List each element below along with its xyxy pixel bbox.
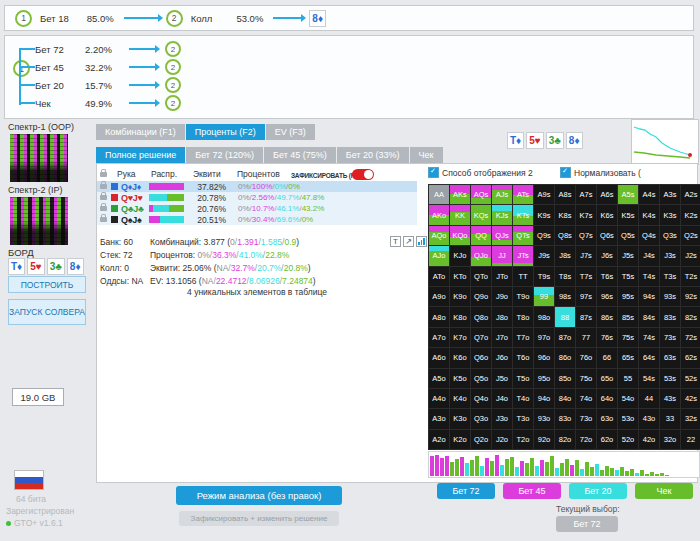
cell-ATs[interactable]: ATs [513, 185, 534, 205]
tab-main-0[interactable]: Комбинации (F1) [96, 124, 185, 140]
cell-K9s[interactable]: K9s [534, 205, 555, 225]
cell-98s[interactable]: 98s [555, 287, 576, 307]
cell-J4o[interactable]: J4o [492, 389, 513, 409]
cell-52o[interactable]: 52o [618, 430, 639, 450]
cell-TT[interactable]: TT [513, 267, 534, 287]
cell-73o[interactable]: 73o [576, 409, 597, 429]
cell-J6s[interactable]: J6s [597, 246, 618, 266]
cell-QJs[interactable]: QJs [492, 226, 513, 246]
cell-J5s[interactable]: J5s [618, 246, 639, 266]
tree-node[interactable]: 2 [165, 77, 181, 93]
cell-63o[interactable]: 63o [597, 409, 618, 429]
cell-76o[interactable]: 76o [576, 348, 597, 368]
cell-97s[interactable]: 97s [576, 287, 597, 307]
cell-83o[interactable]: 83o [555, 409, 576, 429]
cell-KJs[interactable]: KJs [492, 205, 513, 225]
tab-solution-0[interactable]: Полное решение [96, 147, 185, 163]
cell-72s[interactable]: 72s [681, 328, 700, 348]
cell-T9s[interactable]: T9s [534, 267, 555, 287]
cell-K4o[interactable]: K4o [450, 389, 471, 409]
tab-main-1[interactable]: Проценты (F2) [186, 124, 265, 140]
tab-solution-1[interactable]: Бет 72 (120%) [186, 147, 263, 163]
cell-J3s[interactable]: J3s [660, 246, 681, 266]
action-button-2[interactable]: Бет 20 [569, 483, 627, 499]
cell-93s[interactable]: 93s [660, 287, 681, 307]
cell-83s[interactable]: 83s [660, 307, 681, 327]
text-view-icon[interactable]: T [390, 236, 401, 247]
chart-icon[interactable] [416, 236, 427, 247]
cell-K4s[interactable]: K4s [639, 205, 660, 225]
cell-K8s[interactable]: K8s [555, 205, 576, 225]
cell-Q6s[interactable]: Q6s [597, 226, 618, 246]
cell-QTo[interactable]: QTo [471, 267, 492, 287]
cell-AKo[interactable]: AKo [429, 205, 450, 225]
run-solver-button[interactable]: ЗАПУСК СОЛВЕРА [8, 299, 86, 325]
cell-ATo[interactable]: ATo [429, 267, 450, 287]
popout-icon[interactable]: ↗ [403, 236, 414, 247]
cell-42o[interactable]: 42o [639, 430, 660, 450]
cell-Q2s[interactable]: Q2s [681, 226, 700, 246]
cell-64s[interactable]: 64s [639, 348, 660, 368]
cell-98o[interactable]: 98o [534, 307, 555, 327]
checkbox-icon[interactable] [428, 167, 439, 178]
cell-KTo[interactable]: KTo [450, 267, 471, 287]
cell-95s[interactable]: 95s [618, 287, 639, 307]
cell-A6o[interactable]: A6o [429, 348, 450, 368]
cell-K8o[interactable]: K8o [450, 307, 471, 327]
cell-72o[interactable]: 72o [576, 430, 597, 450]
cell-86s[interactable]: 86s [597, 307, 618, 327]
cell-JTs[interactable]: JTs [513, 246, 534, 266]
action-button-1[interactable]: Бет 45 [503, 483, 561, 499]
cell-Q3s[interactable]: Q3s [660, 226, 681, 246]
cell-82s[interactable]: 82s [681, 307, 700, 327]
cell-AKs[interactable]: AKs [450, 185, 471, 205]
cell-64o[interactable]: 64o [597, 389, 618, 409]
spectrum1-preview[interactable] [10, 134, 68, 182]
cell-Q7s[interactable]: Q7s [576, 226, 597, 246]
cell-AQo[interactable]: AQo [429, 226, 450, 246]
cell-J9o[interactable]: J9o [492, 287, 513, 307]
cell-A7s[interactable]: A7s [576, 185, 597, 205]
cell-44[interactable]: 44 [639, 389, 660, 409]
cell-AA[interactable]: AA [429, 185, 450, 205]
cell-Q3o[interactable]: Q3o [471, 409, 492, 429]
checkbox-icon[interactable] [560, 167, 571, 178]
cell-Q9o[interactable]: Q9o [471, 287, 492, 307]
cell-54o[interactable]: 54o [618, 389, 639, 409]
cell-A7o[interactable]: A7o [429, 328, 450, 348]
cell-74o[interactable]: 74o [576, 389, 597, 409]
cell-A8o[interactable]: A8o [429, 307, 450, 327]
tab-solution-3[interactable]: Бет 20 (33%) [337, 147, 409, 163]
cell-K5o[interactable]: K5o [450, 369, 471, 389]
cell-Q7o[interactable]: Q7o [471, 328, 492, 348]
cell-75s[interactable]: 75s [618, 328, 639, 348]
cell-K7o[interactable]: K7o [450, 328, 471, 348]
cell-QJo[interactable]: QJo [471, 246, 492, 266]
cell-AJo[interactable]: AJo [429, 246, 450, 266]
fix-toggle[interactable] [352, 169, 374, 180]
cell-73s[interactable]: 73s [660, 328, 681, 348]
cell-A6s[interactable]: A6s [597, 185, 618, 205]
cell-J4s[interactable]: J4s [639, 246, 660, 266]
cell-KTs[interactable]: KTs [513, 205, 534, 225]
tree-root-node[interactable]: 1 [13, 60, 30, 77]
cell-32o[interactable]: 32o [660, 430, 681, 450]
cell-22[interactable]: 22 [681, 430, 700, 450]
cell-76s[interactable]: 76s [597, 328, 618, 348]
cell-K9o[interactable]: K9o [450, 287, 471, 307]
cell-T5s[interactable]: T5s [618, 267, 639, 287]
cell-Q9s[interactable]: Q9s [534, 226, 555, 246]
cell-65s[interactable]: 65s [618, 348, 639, 368]
cell-KQo[interactable]: KQo [450, 226, 471, 246]
cell-K6o[interactable]: K6o [450, 348, 471, 368]
cell-K3o[interactable]: K3o [450, 409, 471, 429]
cell-AQs[interactable]: AQs [471, 185, 492, 205]
cell-A5o[interactable]: A5o [429, 369, 450, 389]
cell-43s[interactable]: 43s [660, 389, 681, 409]
cell-88[interactable]: 88 [555, 307, 576, 327]
cell-Q5s[interactable]: Q5s [618, 226, 639, 246]
cell-54s[interactable]: 54s [639, 369, 660, 389]
fix-and-edit-button[interactable]: Зафиксировать + изменить решение [179, 511, 339, 526]
cell-J8o[interactable]: J8o [492, 307, 513, 327]
cell-96s[interactable]: 96s [597, 287, 618, 307]
